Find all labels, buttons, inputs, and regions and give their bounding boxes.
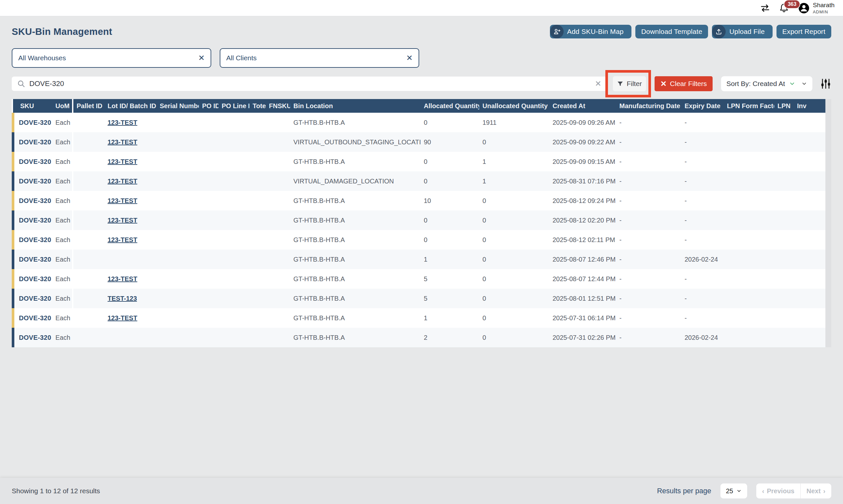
sort-direction-chevron-icon[interactable] (789, 80, 795, 87)
sort-by-dropdown[interactable]: Sort By: Created At (721, 76, 812, 91)
cell-po_line_id (218, 152, 249, 172)
cell-tote (249, 132, 266, 152)
cell-po_id (199, 250, 218, 269)
cell-created_at: 2025-08-07 12:44 PM (549, 269, 616, 289)
close-icon: ✕ (661, 79, 667, 88)
clear-filters-button[interactable]: ✕ Clear Filters (654, 76, 713, 91)
cell-sku: DOVE-320 (13, 269, 52, 289)
cell-lot_id: 123-TEST (104, 230, 157, 250)
upload-file-button[interactable]: Upload File (712, 25, 772, 38)
results-per-page-label: Results per page (657, 487, 711, 495)
cell-inv (794, 132, 825, 152)
client-clear-icon[interactable]: ✕ (406, 54, 413, 62)
warehouse-select[interactable]: All Warehouses ✕ (12, 48, 211, 68)
cell-lpn_form_factor (724, 328, 774, 347)
lot-id-link[interactable]: 123-TEST (108, 236, 137, 244)
cell-serial_number (157, 328, 199, 347)
export-report-button[interactable]: Export Report (776, 25, 831, 38)
column-header: Bin Location (290, 99, 421, 113)
cell-allocated: 90 (421, 132, 479, 152)
column-settings-sliders-icon[interactable] (820, 78, 831, 90)
cell-manufacturing_date: - (616, 172, 681, 191)
lot-id-link[interactable]: 123-TEST (108, 197, 137, 204)
client-select[interactable]: All Clients ✕ (220, 48, 419, 68)
header-actions: Add SKU-Bin Map Download Template Upload… (550, 25, 831, 38)
lot-id-link[interactable]: 123-TEST (108, 139, 137, 146)
funnel-icon (617, 80, 624, 87)
cell-po_line_id (218, 113, 249, 132)
cell-bin_location: VIRTUAL_OUTBOUND_STAGING_LOCATION (290, 132, 421, 152)
lot-id-link[interactable]: 123-TEST (108, 275, 137, 283)
cell-inv (794, 308, 825, 328)
cell-uom: Each (52, 113, 73, 132)
lot-id-link[interactable]: TEST-123 (108, 295, 137, 302)
cell-serial_number (157, 191, 199, 211)
cell-lpn (774, 152, 794, 172)
cell-lot_id (104, 250, 157, 269)
warehouse-clear-icon[interactable]: ✕ (198, 54, 205, 62)
column-header: PO Line ID (218, 99, 249, 113)
swap-arrows-icon[interactable] (760, 4, 770, 12)
lot-id-link[interactable]: 123-TEST (108, 178, 137, 185)
cell-pallet_id (73, 289, 104, 308)
cell-serial_number (157, 132, 199, 152)
column-header: Inv (794, 99, 825, 113)
cell-tote (249, 289, 266, 308)
lot-id-link[interactable]: 123-TEST (108, 314, 137, 322)
cell-tote (249, 250, 266, 269)
cell-pallet_id (73, 230, 104, 250)
cell-po_line_id (218, 230, 249, 250)
page-size-select[interactable]: 25 (720, 484, 747, 499)
cell-unallocated: 0 (479, 250, 549, 269)
cell-tote (249, 328, 266, 347)
results-summary: Showing 1 to 12 of 12 results (12, 487, 100, 495)
cell-bin_location: GT-HTB.B-HTB.A (290, 289, 421, 308)
search-input[interactable] (29, 79, 595, 88)
cell-po_id (199, 230, 218, 250)
cell-allocated: 2 (421, 328, 479, 347)
cell-po_line_id (218, 132, 249, 152)
cell-pallet_id (73, 113, 104, 132)
cell-lpn (774, 211, 794, 230)
lot-id-link[interactable]: 123-TEST (108, 158, 137, 165)
notification-bell-icon[interactable]: 363 (779, 3, 789, 13)
table-row: DOVE-320Each123-TESTVIRTUAL_OUTBOUND_STA… (13, 132, 825, 152)
cell-pallet_id (73, 152, 104, 172)
cell-lpn (774, 113, 794, 132)
previous-page-button[interactable]: ‹ Previous (756, 484, 800, 499)
search-bar[interactable]: ✕ (12, 76, 607, 91)
cell-po_line_id (218, 191, 249, 211)
cell-bin_location: GT-HTB.B-HTB.A (290, 191, 421, 211)
cell-allocated: 0 (421, 211, 479, 230)
cell-unallocated: 0 (479, 230, 549, 250)
cell-pallet_id (73, 250, 104, 269)
download-template-button[interactable]: Download Template (635, 25, 708, 38)
add-sku-bin-map-button[interactable]: Add SKU-Bin Map (550, 25, 631, 38)
lot-id-link[interactable]: 123-TEST (108, 119, 137, 126)
cell-pallet_id (73, 211, 104, 230)
user-menu[interactable]: Sharath ADMIN (798, 2, 835, 14)
table-row: DOVE-320EachGT-HTB.B-HTB.A202025-07-31 0… (13, 328, 825, 347)
filter-button[interactable]: Filter (613, 76, 646, 91)
cell-unallocated: 0 (479, 132, 549, 152)
cell-allocated: 0 (421, 152, 479, 172)
cell-fnsku (266, 191, 290, 211)
cell-serial_number (157, 289, 199, 308)
next-page-button[interactable]: Next › (801, 484, 831, 499)
cell-inv (794, 269, 825, 289)
cell-po_id (199, 289, 218, 308)
cell-expiry_date: - (681, 113, 724, 132)
lot-id-link[interactable]: 123-TEST (108, 217, 137, 224)
page-title: SKU-Bin Management (12, 26, 112, 37)
cell-sku: DOVE-320 (13, 289, 52, 308)
cell-created_at: 2025-08-31 07:16 PM (549, 172, 616, 191)
cell-bin_location: GT-HTB.B-HTB.A (290, 328, 421, 347)
vertical-scrollbar[interactable] (825, 99, 831, 347)
cell-lpn (774, 308, 794, 328)
cell-created_at: 2025-09-09 09:22 AM (549, 132, 616, 152)
chevron-down-icon[interactable] (801, 81, 807, 87)
cell-allocated: 1 (421, 250, 479, 269)
cell-po_id (199, 172, 218, 191)
search-clear-icon[interactable]: ✕ (595, 79, 601, 88)
cell-po_id (199, 152, 218, 172)
